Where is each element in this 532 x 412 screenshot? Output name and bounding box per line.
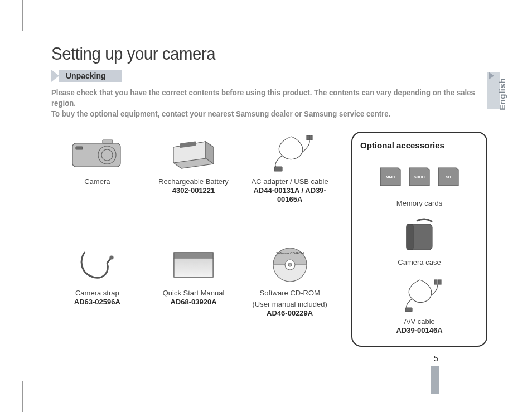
svg-rect-11 [174,253,213,258]
item-part: AD46-00229A [267,309,313,318]
opt-camera-case: Camera case [360,217,478,267]
page-number: 5 [434,353,438,363]
crop-mark [0,25,20,25]
svg-text:MMC: MMC [386,175,395,179]
included-grid: Camera Rechargeable Battery 4302-001221 [51,132,336,347]
svg-point-15 [288,263,292,266]
item-camera: Camera [51,132,143,233]
item-ac-adapter: AC adapter / USB cable AD44-00131A / AD3… [244,132,336,233]
item-part: AD63-02596A [74,298,120,307]
svg-rect-23 [438,280,441,284]
opt-av-cable: A/V cable AD39-00146A [360,276,478,336]
opt-label: Camera case [398,258,441,267]
crop-mark [22,0,23,31]
page-tab [431,366,439,394]
item-label: Quick Start Manual [163,289,225,298]
crop-mark [0,387,20,387]
optional-panel: Optional accessories MMC SDHC [351,132,487,347]
item-label: Camera [84,177,110,186]
item-strap: Camera strap AD63-02596A [51,243,143,347]
strap-icon [75,243,119,287]
arrow-right-icon [489,72,494,80]
opt-label: A/V cable [404,317,435,326]
camera-case-icon [400,217,439,255]
camera-icon [69,132,125,175]
language-label: English [497,78,507,110]
section-header: Unpacking [51,70,497,82]
intro-line-2: To buy the optional equipment, contact y… [51,109,390,118]
svg-point-9 [110,256,113,259]
item-part: 4302-001221 [172,186,215,195]
manual-icon [168,243,219,287]
intro-line-1: Please check that you have the correct c… [51,88,475,108]
svg-rect-6 [274,167,282,171]
svg-rect-12 [174,258,213,277]
svg-rect-21 [405,308,412,312]
content-area: Setting up your camera Unpacking Please … [51,43,497,347]
opt-label: Memory cards [396,199,442,208]
item-cdrom: Software CD-ROM Software CD-ROM (User ma… [244,243,336,347]
page-title: Setting up your camera [51,43,462,64]
opt-memory-cards: MMC SDHC SD Memory cards [360,158,478,208]
item-battery: Rechargeable Battery 4302-001221 [148,132,240,233]
manual-page: English Setting up your camera Unpacking… [0,0,532,412]
section-label: Unpacking [59,70,122,82]
optional-heading: Optional accessories [360,140,478,150]
svg-rect-7 [307,135,310,140]
item-label: Rechargeable Battery [158,177,229,186]
svg-text:SDHC: SDHC [414,175,425,179]
item-sublabel: (User manual included) [252,300,327,309]
battery-icon [169,132,218,175]
av-cable-icon [394,276,444,314]
item-label: AC adapter / USB cable [252,177,328,186]
arrow-stub-icon [51,70,59,82]
item-manual: Quick Start Manual AD68-03920A [148,243,240,347]
memory-cards-icon: MMC SDHC SD [375,158,464,196]
svg-rect-4 [103,140,113,143]
opt-part: AD39-00146A [396,326,442,335]
intro-text: Please check that you have the correct c… [51,88,481,119]
item-label: Software CD-ROM [259,289,320,298]
crop-mark [22,381,23,412]
ac-adapter-icon [263,132,317,175]
svg-text:SD: SD [446,175,451,179]
svg-rect-8 [311,135,312,140]
item-part: AD68-03920A [170,298,216,307]
svg-rect-22 [434,280,437,284]
cd-label-text: Software CD-ROM [276,251,304,255]
item-part: AD44-00131A / AD39-00165A [244,186,336,205]
cdrom-icon: Software CD-ROM [270,243,309,287]
item-label: Camera strap [75,289,119,298]
svg-rect-20 [407,224,413,250]
svg-point-2 [101,149,113,161]
svg-rect-3 [76,147,83,149]
